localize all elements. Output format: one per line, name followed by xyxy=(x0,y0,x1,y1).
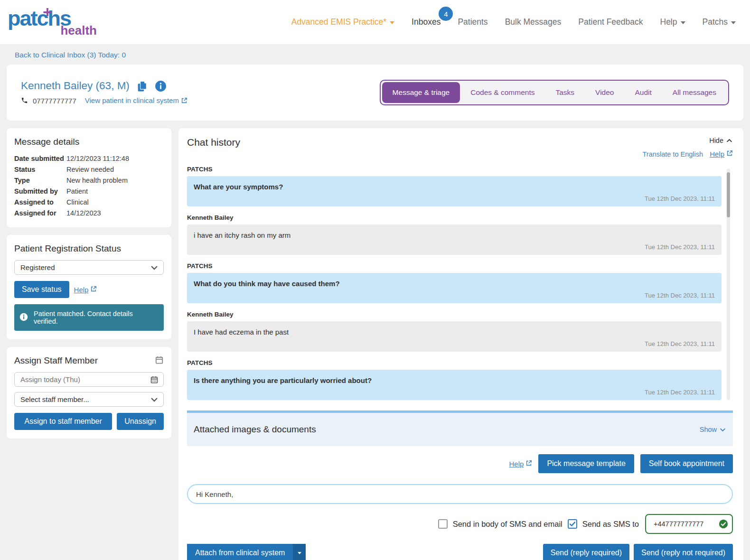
nav-patient-feedback[interactable]: Patient Feedback xyxy=(578,17,643,27)
message-sender: PATCHS xyxy=(187,262,722,270)
tab-audit[interactable]: Audit xyxy=(624,82,662,103)
tab-video[interactable]: Video xyxy=(585,82,624,103)
chat-help-link[interactable]: Help xyxy=(710,150,733,158)
show-label: Show xyxy=(700,426,717,433)
message-bubble: Is there anything you are particularly w… xyxy=(187,370,722,400)
nav-patient-feedback-label: Patient Feedback xyxy=(578,17,643,27)
external-link-icon xyxy=(181,97,188,105)
detail-label: Type xyxy=(14,175,66,186)
detail-label: Date submitted xyxy=(14,153,66,164)
assign-date-field[interactable] xyxy=(20,375,147,383)
attach-clinical-button[interactable]: Attach from clinical system xyxy=(187,544,293,560)
pick-template-button[interactable]: Pick message template xyxy=(538,454,634,473)
nav-practice-dropdown[interactable]: Advanced EMIS Practice* xyxy=(291,17,394,27)
calendar-icon xyxy=(150,375,159,384)
detail-row: Date submitted12/12/2023 11:12:48 xyxy=(14,153,164,164)
message-bubble: What are your symptoms? Tue 12th Dec 202… xyxy=(187,176,722,206)
tab-message-triage[interactable]: Message & triage xyxy=(382,82,460,103)
detail-row: StatusReview needed xyxy=(14,164,164,175)
nav-help-dropdown[interactable]: Help xyxy=(660,17,685,27)
send-reply-not-required-button[interactable]: Send (reply not required) xyxy=(634,544,733,560)
nav-patchs-dropdown[interactable]: Patchs xyxy=(703,17,736,27)
patient-info: Kenneth Bailey (63, M) 07777777777 View … xyxy=(21,80,188,105)
send-sms-checkbox[interactable] xyxy=(568,519,577,529)
message-sender: PATCHS xyxy=(187,166,722,173)
unassign-button[interactable]: Unassign xyxy=(117,413,164,430)
nav-patients[interactable]: Patients xyxy=(458,17,488,27)
composer-help-link[interactable]: Help xyxy=(509,460,533,468)
phone-icon xyxy=(21,97,28,105)
patient-matched-banner: Patient matched. Contact details verifie… xyxy=(14,304,164,331)
save-status-button[interactable]: Save status xyxy=(14,281,69,298)
assign-staff-button[interactable]: Assign to staff member xyxy=(14,413,112,430)
chat-message: PATCHS What do you think may have caused… xyxy=(187,262,722,303)
info-icon xyxy=(19,313,28,323)
view-patient-link[interactable]: View patient in clinical system xyxy=(85,96,188,105)
chevron-down-icon xyxy=(719,426,726,433)
external-link-icon xyxy=(726,150,733,158)
calendar-icon[interactable] xyxy=(155,355,164,364)
view-patient-label: View patient in clinical system xyxy=(85,96,179,104)
nav-inboxes[interactable]: Inboxes 4 xyxy=(412,17,441,27)
patient-phone: 07777777777 xyxy=(33,97,76,105)
hide-chat-toggle[interactable]: Hide xyxy=(709,137,733,144)
breadcrumb: Back to Clinical Inbox (3) Today: 0 xyxy=(0,44,750,65)
nav-patients-label: Patients xyxy=(458,17,488,27)
message-timestamp: Tue 12th Dec 2023, 11:11 xyxy=(194,340,715,347)
help-label: Help xyxy=(74,286,89,294)
left-sidebar: Message details Date submitted12/12/2023… xyxy=(7,128,171,439)
chat-history-title: Chat history xyxy=(187,137,240,148)
triage-tabs: Message & triage Codes & comments Tasks … xyxy=(380,80,729,105)
caret-down-icon xyxy=(298,552,301,554)
patchs-logo[interactable]: patchs + health xyxy=(8,8,103,37)
detail-row: Submitted byPatient xyxy=(14,186,164,197)
attach-dropdown-toggle[interactable] xyxy=(293,544,306,560)
nav-inboxes-label: Inboxes xyxy=(412,17,441,27)
message-text: i have an itchy rash on my arm xyxy=(194,231,715,239)
patient-header-card: Kenneth Bailey (63, M) 07777777777 View … xyxy=(7,65,743,121)
chevron-down-icon xyxy=(390,21,394,24)
attach-clinical-split-button: Attach from clinical system xyxy=(187,544,306,560)
message-input[interactable] xyxy=(196,490,724,498)
message-bubble: What do you think may have caused them? … xyxy=(187,273,722,303)
nav-bulk-messages[interactable]: Bulk Messages xyxy=(505,17,562,27)
nav-bulk-messages-label: Bulk Messages xyxy=(505,17,562,27)
assign-date-input[interactable] xyxy=(14,372,164,387)
tab-codes-comments[interactable]: Codes & comments xyxy=(460,82,545,103)
check-icon xyxy=(569,520,576,528)
send-body-checkbox[interactable] xyxy=(438,519,448,529)
send-reply-required-button[interactable]: Send (reply required) xyxy=(543,544,629,560)
tab-tasks[interactable]: Tasks xyxy=(545,82,585,103)
app-header: patchs + health Advanced EMIS Practice* … xyxy=(0,0,750,44)
chat-scrollbar[interactable] xyxy=(727,168,730,400)
send-body-label: Send in body of SMS and email xyxy=(453,520,562,529)
copy-icon[interactable] xyxy=(136,80,148,92)
registration-status-select[interactable]: Registered xyxy=(14,260,164,275)
message-sender: PATCHS xyxy=(187,359,722,366)
message-timestamp: Tue 12th Dec 2023, 11:11 xyxy=(194,292,715,299)
message-compose-box[interactable] xyxy=(187,484,733,504)
chat-history: PATCHS What are your symptoms? Tue 12th … xyxy=(187,166,733,400)
chat-message: PATCHS What are your symptoms? Tue 12th … xyxy=(187,166,722,206)
detail-label: Submitted by xyxy=(14,186,66,197)
staff-member-select[interactable]: Select staff member... xyxy=(14,392,164,407)
info-icon[interactable] xyxy=(155,80,167,92)
attached-title: Attached images & documents xyxy=(194,424,316,435)
registration-title: Patient Registration Status xyxy=(14,243,164,254)
detail-value: Review needed xyxy=(66,164,114,175)
detail-value: Clinical xyxy=(66,197,89,208)
nav-practice-label: Advanced EMIS Practice* xyxy=(291,17,386,27)
show-attachments-toggle[interactable]: Show xyxy=(700,426,726,433)
external-link-icon xyxy=(90,286,97,294)
detail-row: Assigned for14/12/2023 xyxy=(14,208,164,219)
nav-help-label: Help xyxy=(660,17,677,27)
translate-link[interactable]: Translate to English xyxy=(643,150,703,158)
chevron-down-icon xyxy=(150,395,159,404)
registration-help-link[interactable]: Help xyxy=(74,286,97,294)
self-book-button[interactable]: Self book appointment xyxy=(640,454,733,473)
message-bubble: i have an itchy rash on my arm Tue 12th … xyxy=(187,224,722,255)
chat-scrollbar-thumb[interactable] xyxy=(727,172,730,217)
back-to-inbox-link[interactable]: Back to Clinical Inbox (3) Today: 0 xyxy=(15,51,126,59)
tab-all-messages[interactable]: All messages xyxy=(662,82,727,103)
staff-member-value: Select staff member... xyxy=(20,395,89,403)
